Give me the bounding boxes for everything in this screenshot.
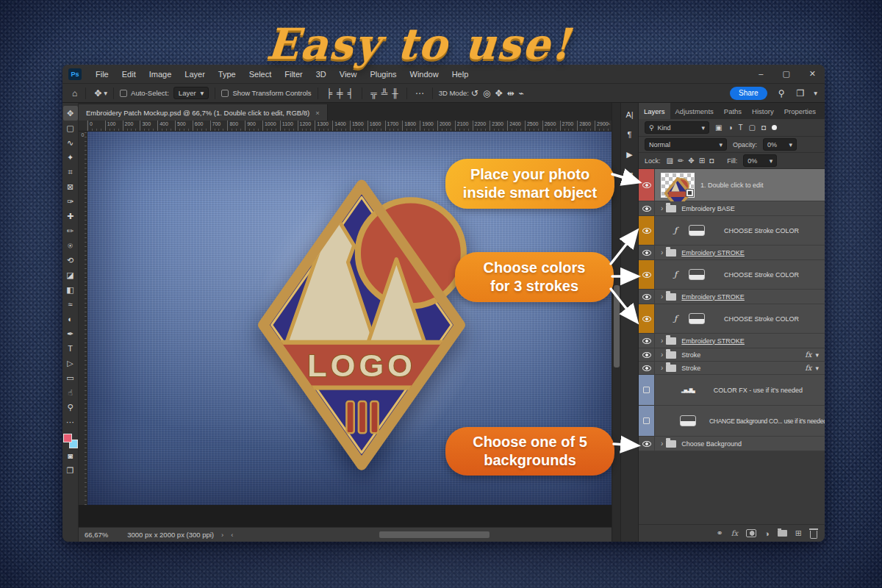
clone-stamp-tool[interactable]: ⍟ — [63, 238, 78, 253]
eraser-tool[interactable]: ◪ — [63, 268, 78, 282]
fill-layer-icon[interactable] — [689, 225, 705, 236]
visibility-eye-icon[interactable] — [642, 182, 651, 188]
healing-brush-tool[interactable]: ✚ — [63, 209, 78, 223]
dodge-tool[interactable]: ◐ — [63, 312, 78, 326]
zoom-tool[interactable]: ⚲ — [63, 400, 78, 415]
history-brush-tool[interactable]: ⟲ — [63, 253, 78, 268]
3d-orbit-icon[interactable]: ↺ — [469, 88, 481, 98]
layer-row-stroke-color[interactable]: ƒ CHOOSE Stroke COLOR — [639, 304, 825, 334]
layer-style-icon[interactable]: fx — [731, 529, 738, 537]
paragraph-panel-icon[interactable]: ¶ — [628, 130, 632, 139]
expander-icon[interactable]: › — [661, 337, 663, 345]
chevron-down-icon[interactable]: ▾ — [815, 351, 819, 359]
tab-history[interactable]: History — [747, 103, 779, 119]
tab-adjustments[interactable]: Adjustments — [670, 103, 719, 119]
visibility-checkbox[interactable] — [643, 387, 650, 393]
layer-row-group[interactable]: › Embroidery STROKE — [639, 245, 825, 260]
screen-mode-icon[interactable]: ❐ — [63, 463, 78, 478]
document-tab[interactable]: Embroidery Patch Mockup.psd @ 66,7% (1. … — [79, 104, 328, 121]
visibility-eye-icon[interactable] — [642, 352, 651, 358]
link-layers-icon[interactable]: ⚭ — [717, 528, 723, 538]
visibility-eye-icon[interactable] — [642, 206, 651, 212]
fill-layer-icon[interactable] — [680, 415, 696, 426]
chevron-down-icon[interactable]: ▾ — [815, 365, 819, 372]
lock-transparency-icon[interactable]: ▨ — [667, 157, 673, 165]
layer-row-stroke-fx[interactable]: › Stroke fx▾ — [639, 348, 825, 362]
marquee-tool[interactable]: ▢ — [63, 121, 78, 135]
auto-select-checkbox[interactable] — [120, 90, 127, 97]
fill-layer-icon[interactable] — [689, 269, 705, 280]
fx-badge[interactable]: fx — [805, 364, 811, 372]
shape-tool[interactable]: ▭ — [63, 370, 78, 385]
layer-row-group[interactable]: › Embroidery STROKE — [639, 334, 825, 348]
new-layer-icon[interactable]: ⊞ — [795, 528, 802, 538]
expander-icon[interactable]: › — [661, 351, 663, 359]
tab-close-icon[interactable]: × — [315, 109, 320, 117]
menu-item[interactable]: Layer — [178, 70, 212, 79]
visibility-eye-icon[interactable] — [642, 316, 651, 322]
brush-tool[interactable]: ✏ — [63, 223, 78, 238]
filter-toggle-icon[interactable] — [772, 125, 777, 130]
tab-properties[interactable]: Properties — [779, 103, 821, 119]
tab-paths[interactable]: Paths — [719, 103, 747, 119]
layer-row-group[interactable]: › Embroidery STROKE — [639, 290, 825, 304]
fill-input[interactable]: 0% ▾ — [743, 154, 777, 167]
menu-item[interactable]: Type — [212, 70, 243, 79]
distribute-center-icon[interactable]: ╫ — [390, 88, 401, 98]
gradient-tool[interactable]: ◧ — [63, 282, 78, 297]
frame-tool[interactable]: ⊠ — [63, 179, 78, 194]
blend-mode-dropdown[interactable]: Normal ▾ — [645, 138, 727, 151]
menu-item[interactable]: Filter — [278, 70, 309, 79]
eyedropper-tool[interactable]: ✑ — [63, 194, 78, 209]
menu-item[interactable]: Help — [445, 70, 476, 79]
layer-row-smart-object[interactable]: 1. Double click to edit — [639, 169, 825, 201]
chevron-down-icon[interactable]: ▾ — [814, 89, 817, 97]
filter-shape-icon[interactable]: ▢ — [749, 123, 756, 132]
search-icon[interactable]: ⚲ — [776, 88, 787, 98]
align-center-icon[interactable]: ╪ — [334, 88, 345, 98]
lock-all-icon[interactable]: ◘ — [709, 157, 714, 165]
status-prev-icon[interactable]: ‹ — [231, 531, 233, 539]
layer-row-color-fx[interactable]: ▂▅▃▇▄ COLOR FX - use if it's needed — [639, 375, 825, 406]
filter-smart-icon[interactable]: ◘ — [761, 123, 766, 132]
new-group-icon[interactable] — [778, 530, 787, 537]
quick-mask-icon[interactable]: ◙ — [63, 448, 78, 463]
lasso-tool[interactable]: ∿ — [63, 135, 78, 150]
menu-item[interactable]: 3D — [309, 70, 333, 79]
more-options-icon[interactable]: ⋯ — [413, 88, 426, 98]
zoom-level[interactable]: 66,67% — [85, 531, 108, 539]
workspace-icon[interactable]: ❐ — [794, 88, 806, 98]
foreground-color-swatch[interactable] — [63, 434, 72, 442]
character-panel-icon[interactable]: A| — [625, 110, 633, 119]
crop-tool[interactable]: ⌗ — [63, 165, 78, 179]
lock-pixels-icon[interactable]: ✏ — [678, 157, 684, 165]
auto-select-dropdown[interactable]: Layer ▾ — [173, 87, 209, 99]
hand-tool[interactable]: ☝ — [63, 385, 78, 400]
3d-dolly-icon[interactable]: ⌁ — [517, 88, 526, 98]
layer-row-stroke-color[interactable]: ƒ CHOOSE Stroke COLOR — [639, 260, 825, 290]
fx-badge[interactable]: fx — [805, 351, 811, 359]
visibility-eye-icon[interactable] — [642, 365, 651, 371]
3d-pan-icon[interactable]: ✥ — [492, 88, 504, 98]
layer-row-group[interactable]: › Embroidery BASE — [639, 201, 825, 216]
visibility-eye-icon[interactable] — [642, 441, 651, 447]
horizontal-scrollbar[interactable] — [240, 531, 606, 539]
color-swatches[interactable] — [63, 432, 78, 448]
quick-selection-tool[interactable]: ✦ — [63, 150, 78, 165]
more-tools[interactable]: ⋯ — [63, 415, 78, 429]
visibility-eye-icon[interactable] — [642, 228, 651, 234]
filter-pixel-icon[interactable]: ▣ — [715, 123, 722, 132]
visibility-eye-icon[interactable] — [642, 250, 651, 256]
close-button[interactable]: ✕ — [809, 69, 816, 79]
layer-thumbnail[interactable] — [661, 173, 695, 198]
menu-item[interactable]: Window — [404, 70, 445, 79]
delete-layer-icon[interactable] — [810, 531, 817, 539]
visibility-eye-icon[interactable] — [642, 272, 651, 278]
align-left-icon[interactable]: ╞ — [324, 88, 335, 98]
status-next-icon[interactable]: › — [221, 531, 223, 539]
home-icon[interactable]: ⌂ — [70, 88, 79, 98]
visibility-eye-icon[interactable] — [642, 338, 651, 344]
layer-row-stroke-fx[interactable]: › Stroke fx▾ — [639, 362, 825, 375]
layer-row-choose-background[interactable]: › Choose Background — [639, 437, 825, 451]
adjustment-layer-icon[interactable]: ◑ — [764, 529, 770, 538]
